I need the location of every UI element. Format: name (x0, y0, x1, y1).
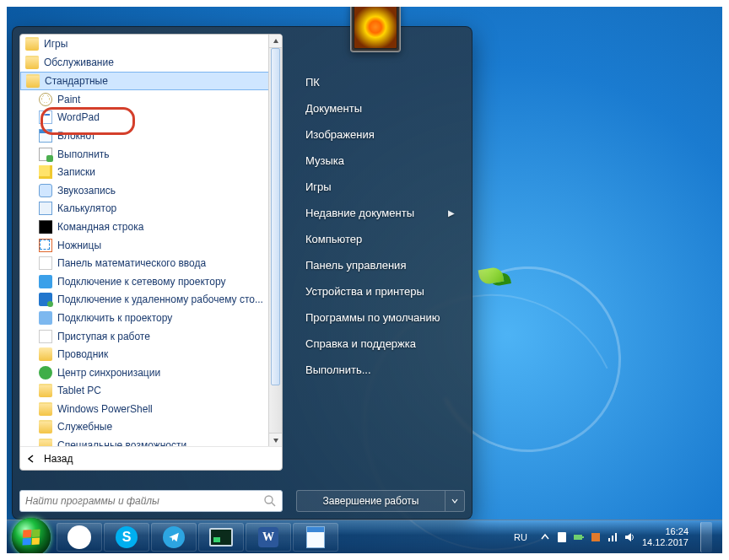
notepad-icon (39, 129, 52, 143)
program-sticky-notes[interactable]: Записки (20, 163, 282, 181)
right-item-help[interactable]: Справка и поддержка (295, 331, 465, 357)
projector-icon (39, 311, 52, 325)
remote-desktop-icon (39, 293, 52, 306)
folder-icon (25, 37, 39, 51)
folder-powershell[interactable]: Windows PowerShell (20, 400, 282, 418)
program-label: Подключение к сетевому проектору (57, 276, 225, 288)
program-remote-desktop[interactable]: Подключение к удаленному рабочему сто... (20, 291, 282, 310)
taskbar-app-word[interactable]: W (246, 523, 291, 552)
tray-app-icon-1[interactable] (590, 531, 602, 543)
start-search-box[interactable] (19, 490, 283, 512)
program-notepad[interactable]: Блокнот (20, 127, 282, 145)
right-item-pictures[interactable]: Изображения (295, 121, 465, 148)
programs-scrollbar[interactable] (268, 35, 282, 446)
tray-battery-icon[interactable] (573, 531, 585, 543)
back-button[interactable]: Назад (20, 446, 282, 470)
calculator-icon (39, 202, 52, 215)
run-icon (39, 148, 52, 161)
tray-network-icon[interactable] (607, 531, 618, 543)
right-item-pc[interactable]: ПК (295, 69, 465, 95)
folder-games[interactable]: Игры (20, 35, 282, 53)
folder-maintenance[interactable]: Обслуживание (20, 53, 282, 72)
tray-icons-group (539, 531, 635, 543)
right-item-control-panel[interactable]: Панель управления (295, 252, 465, 278)
start-menu-programs-panel: Игры Обслуживание Стандартные Paint (19, 34, 283, 471)
program-label: Выполнить (57, 148, 110, 160)
program-label: Калькулятор (57, 202, 116, 214)
folder-label: Игры (44, 38, 68, 50)
program-explorer[interactable]: Проводник (20, 345, 282, 363)
program-label: Ножницы (57, 240, 101, 251)
folder-label: Tablet PC (57, 385, 101, 396)
snipping-tool-icon (39, 239, 52, 252)
shutdown-options-button[interactable] (445, 490, 465, 512)
math-input-icon (39, 256, 52, 270)
right-item-default-programs[interactable]: Программы по умолчанию (295, 304, 465, 331)
folder-tablet-pc[interactable]: Tablet PC (20, 382, 282, 401)
program-network-projector[interactable]: Подключение к сетевому проектору (20, 272, 282, 291)
program-label: Подключение к удаленному рабочему сто... (57, 293, 263, 305)
folder-icon (39, 402, 52, 416)
getting-started-icon (39, 330, 52, 343)
right-item-games[interactable]: Игры (295, 174, 465, 200)
program-snipping-tool[interactable]: Ножницы (20, 236, 282, 255)
all-programs-list[interactable]: Игры Обслуживание Стандартные Paint (20, 35, 282, 446)
program-sound-recorder[interactable]: Звукозапись (20, 181, 282, 200)
right-item-documents[interactable]: Документы (295, 95, 465, 121)
user-avatar[interactable] (350, 7, 401, 52)
program-getting-started[interactable]: Приступая к работе (20, 327, 282, 346)
taskbar-app-notepad[interactable] (293, 523, 338, 552)
show-desktop-button[interactable] (700, 522, 712, 552)
start-menu-right-panel: ПК Документы Изображения Музыка Игры Нед… (295, 69, 465, 480)
program-math-input[interactable]: Панель математического ввода (20, 254, 282, 272)
program-command-prompt[interactable]: Командная строка (20, 218, 282, 236)
folder-label: Обслуживание (44, 57, 114, 68)
shutdown-button[interactable]: Завершение работы (296, 490, 445, 512)
language-indicator[interactable]: RU (509, 530, 532, 544)
program-paint[interactable]: Paint (20, 90, 282, 109)
taskbar-app-taskmgr[interactable] (198, 523, 244, 552)
taskbar-app-skype[interactable]: S (104, 523, 149, 552)
scroll-thumb[interactable] (271, 48, 280, 385)
windows-logo-icon (22, 529, 40, 545)
taskbar-app-panda[interactable] (57, 523, 102, 552)
right-item-devices-printers[interactable]: Устройства и принтеры (295, 278, 465, 304)
svg-rect-2 (558, 532, 566, 542)
skype-icon: S (116, 526, 138, 548)
program-label: Командная строка (57, 221, 143, 233)
scroll-down-button[interactable] (269, 433, 282, 446)
program-sync-center[interactable]: Центр синхронизации (20, 363, 282, 382)
start-button[interactable] (12, 518, 51, 554)
folder-label: Специальные возможности (57, 439, 186, 446)
tray-volume-icon[interactable] (624, 531, 635, 543)
tray-action-center-icon[interactable] (556, 531, 568, 543)
right-item-run[interactable]: Выполнить... (295, 357, 465, 383)
svg-point-0 (265, 496, 273, 503)
right-item-computer[interactable]: Компьютер (295, 226, 465, 252)
program-label: WordPad (57, 111, 100, 123)
right-item-recent[interactable]: Недавние документы ▶ (295, 200, 465, 226)
program-calculator[interactable]: Калькулятор (20, 200, 282, 218)
folder-system-tools[interactable]: Служебные (20, 418, 282, 437)
program-label: Панель математического ввода (57, 257, 206, 269)
taskbar-app-telegram[interactable] (151, 523, 197, 552)
program-wordpad[interactable]: WordPad (20, 109, 282, 127)
svg-rect-3 (574, 535, 582, 540)
folder-icon (26, 74, 40, 88)
program-label: Центр синхронизации (57, 367, 160, 379)
submenu-arrow-icon: ▶ (448, 208, 455, 218)
scroll-up-button[interactable] (269, 35, 282, 48)
right-item-music[interactable]: Музыка (295, 148, 465, 174)
program-run[interactable]: Выполнить (20, 145, 282, 164)
folder-accessibility[interactable]: Специальные возможности (20, 436, 282, 446)
tray-hidden-icons-button[interactable] (539, 531, 551, 543)
taskbar-clock[interactable]: 16:24 14.12.2017 (642, 526, 688, 547)
program-connect-projector[interactable]: Подключить к проектору (20, 309, 282, 327)
folder-icon (39, 439, 52, 446)
cmd-icon (39, 220, 52, 234)
search-input[interactable] (25, 495, 263, 507)
program-label: Проводник (57, 348, 108, 360)
sync-center-icon (39, 366, 52, 380)
folder-accessories[interactable]: Стандартные (20, 72, 282, 90)
svg-rect-5 (591, 533, 600, 541)
